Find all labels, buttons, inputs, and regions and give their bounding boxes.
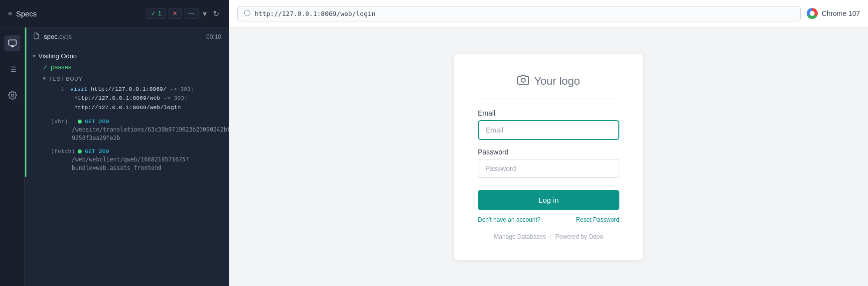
specs-title: Specs bbox=[16, 9, 146, 18]
suite-title[interactable]: ▾ Visiting Odoo bbox=[33, 50, 221, 62]
browser-panel: http://127.0.0.1:8069/web/login Chrome 1… bbox=[229, 0, 868, 286]
svg-point-11 bbox=[521, 78, 525, 82]
password-label: Password bbox=[478, 148, 619, 156]
powered-by-link[interactable]: Powered by Odoo bbox=[556, 233, 603, 240]
sidebar-icons bbox=[0, 27, 25, 286]
sidebar-icon-monitor[interactable] bbox=[4, 35, 20, 51]
reset-password-link[interactable]: Reset Password bbox=[576, 216, 619, 223]
pending-count-button[interactable]: — bbox=[184, 8, 199, 19]
fetch-url-1: /web/webclient/qweb/1668218571675? bbox=[72, 156, 189, 163]
url-bar[interactable]: http://127.0.0.1:8069/web/login bbox=[237, 6, 801, 21]
file-icon bbox=[33, 32, 40, 41]
test-body-section: ▾ TEST BODY 1 visit http://127.0.0.1:806… bbox=[33, 72, 221, 174]
login-card: Your logo Email Password Log in Don't ha… bbox=[454, 54, 643, 260]
spec-file-header: spec .cy.js 00:10 bbox=[25, 27, 229, 46]
spec-ext: .cy.js bbox=[57, 33, 72, 40]
test-item-passes[interactable]: ✓ passes bbox=[33, 62, 221, 72]
test-body-label: ▾ TEST BODY bbox=[43, 74, 221, 83]
pass-count-button[interactable]: ✓ 1 bbox=[146, 8, 166, 19]
email-label: Email bbox=[478, 109, 619, 117]
fail-icon: ✕ bbox=[172, 10, 177, 17]
url-shield-icon bbox=[244, 9, 251, 18]
check-icon: ✓ bbox=[43, 64, 48, 71]
svg-point-9 bbox=[11, 94, 13, 97]
spec-filename: spec bbox=[44, 33, 57, 40]
test-name: passes bbox=[51, 63, 71, 71]
sidebar-icon-list[interactable] bbox=[4, 61, 20, 77]
manage-db-link[interactable]: Manage Databases bbox=[494, 233, 546, 240]
xhr-entry-1: (xhr) GET 200 bbox=[51, 117, 221, 126]
sidebar-icon-gear[interactable] bbox=[4, 87, 20, 103]
pass-icon: ✓ bbox=[151, 10, 156, 17]
toolbar-buttons: ✓ 1 ✕ — ▾ ↻ bbox=[146, 7, 221, 20]
browser-top-bar: http://127.0.0.1:8069/web/login Chrome 1… bbox=[229, 0, 868, 27]
password-form-group: Password bbox=[478, 148, 619, 178]
footer-links: Manage Databases | Powered by Odoo bbox=[478, 233, 619, 240]
browser-content: Your logo Email Password Log in Don't ha… bbox=[229, 27, 868, 286]
test-suite: ▾ Visiting Odoo ✓ passes ▾ TEST BODY 1 bbox=[25, 46, 229, 178]
no-account-link[interactable]: Don't have an account? bbox=[478, 216, 541, 223]
chrome-badge: Chrome 107 bbox=[807, 8, 860, 19]
refresh-button[interactable]: ↻ bbox=[211, 7, 221, 20]
browser-page: Your logo Email Password Log in Don't ha… bbox=[229, 27, 868, 286]
logo-section: Your logo bbox=[478, 74, 619, 99]
url-text: http://127.0.0.1:8069/web/login bbox=[255, 10, 376, 17]
email-form-group: Email bbox=[478, 109, 619, 140]
code-block: 1 visit http://127.0.0.1:8069/ -> 303: h… bbox=[43, 83, 221, 117]
email-input[interactable] bbox=[478, 120, 619, 140]
fetch-entry-1: (fetch) GET 200 bbox=[51, 147, 221, 155]
fail-count-button[interactable]: ✕ bbox=[168, 8, 182, 19]
xhr-url-1: /website/translations/63c39b9719623b2309… bbox=[72, 126, 229, 133]
pass-count: 1 bbox=[158, 10, 161, 17]
status-dot-2 bbox=[78, 149, 82, 153]
password-input[interactable] bbox=[478, 159, 619, 178]
pending-icon: — bbox=[188, 10, 194, 17]
xhr-section: (xhr) GET 200 /website/translations/63c3… bbox=[43, 117, 221, 172]
suite-chevron: ▾ bbox=[33, 53, 35, 59]
status-dot-1 bbox=[78, 120, 82, 124]
menu-icon: ≡ bbox=[8, 9, 12, 17]
chevron-small: ▾ bbox=[43, 75, 46, 82]
links-row: Don't have an account? Reset Password bbox=[478, 216, 619, 223]
logo-icon bbox=[517, 74, 529, 89]
footer-separator: | bbox=[550, 233, 551, 240]
login-button[interactable]: Log in bbox=[478, 190, 619, 210]
chevron-button[interactable]: ▾ bbox=[201, 7, 209, 20]
code-content: visit http://127.0.0.1:8069/ -> 303: htt… bbox=[70, 85, 194, 112]
line-number: 1 bbox=[61, 85, 64, 94]
svg-rect-0 bbox=[8, 40, 16, 45]
content-area: spec .cy.js 00:10 ▾ Visiting Odoo ✓ pass… bbox=[25, 27, 229, 286]
svg-point-10 bbox=[244, 10, 250, 16]
chrome-icon bbox=[807, 8, 818, 19]
suite-title-text: Visiting Odoo bbox=[38, 52, 77, 60]
top-bar: ≡ Specs ✓ 1 ✕ — ▾ ↻ bbox=[0, 0, 229, 27]
progress-bar bbox=[25, 27, 26, 177]
logo-text: Your logo bbox=[534, 75, 580, 88]
spec-time: 00:10 bbox=[206, 33, 221, 40]
chrome-label: Chrome 107 bbox=[822, 9, 860, 17]
